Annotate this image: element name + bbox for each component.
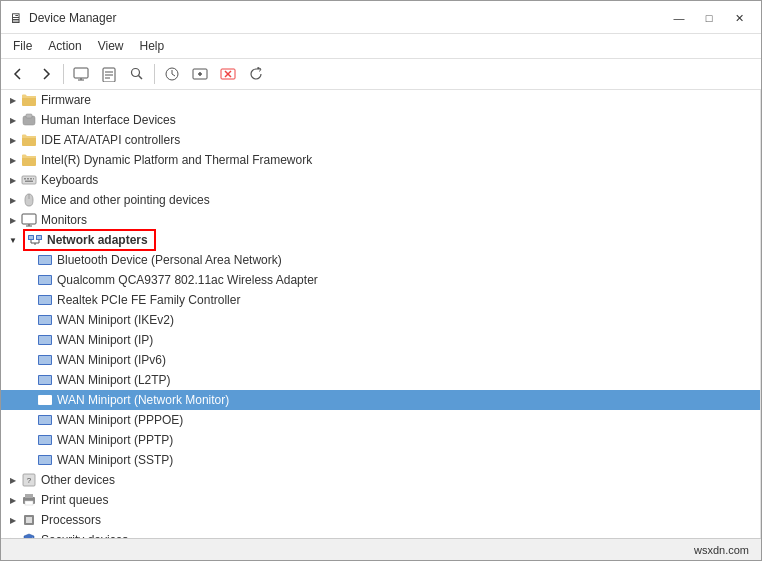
network-child-icon	[37, 372, 53, 388]
svg-rect-21	[22, 176, 36, 184]
item-label: Human Interface Devices	[41, 113, 176, 127]
item-label: IDE ATA/ATAPI controllers	[41, 133, 180, 147]
toolbar-sep2	[154, 64, 155, 84]
list-item[interactable]: ▶ Intel(R) Dynamic Platform and Thermal …	[1, 150, 760, 170]
toolbar-search[interactable]	[124, 62, 150, 86]
svg-rect-64	[25, 494, 33, 498]
expand-icon[interactable]: ▶	[5, 172, 21, 188]
svg-rect-50	[39, 356, 51, 364]
svg-text:?: ?	[27, 476, 32, 485]
svg-rect-60	[39, 456, 51, 464]
item-label: WAN Miniport (PPPOE)	[57, 413, 183, 427]
network-child-icon	[37, 292, 53, 308]
list-item[interactable]: WAN Miniport (SSTP)	[1, 450, 760, 470]
list-item[interactable]: Realtek PCIe FE Family Controller	[1, 290, 760, 310]
svg-rect-65	[25, 501, 33, 505]
svg-rect-58	[39, 436, 51, 444]
device-manager-window: 🖥 Device Manager — □ ✕ File Action View …	[0, 0, 762, 561]
list-item[interactable]: ▶ Human Interface Devices	[1, 110, 760, 130]
processor-icon	[21, 512, 37, 528]
toolbar-forward[interactable]	[33, 62, 59, 86]
list-item[interactable]: ▶ Monitors	[1, 210, 760, 230]
toolbar-add[interactable]	[187, 62, 213, 86]
expand-icon[interactable]: ▶	[5, 92, 21, 108]
toolbar	[1, 59, 761, 90]
list-item[interactable]: WAN Miniport (L2TP)	[1, 370, 760, 390]
device-tree[interactable]: ▶ Firmware ▶ Human Interface Devices	[1, 90, 761, 538]
maximize-button[interactable]: □	[695, 7, 723, 29]
expand-icon[interactable]: ▶	[5, 192, 21, 208]
intel-icon	[21, 152, 37, 168]
network-child-icon	[37, 312, 53, 328]
window-title: Device Manager	[29, 11, 116, 25]
minimize-button[interactable]: —	[665, 7, 693, 29]
printer-icon	[21, 492, 37, 508]
network-child-icon	[37, 412, 53, 428]
list-item[interactable]: WAN Miniport (PPTP)	[1, 430, 760, 450]
toolbar-refresh[interactable]	[243, 62, 269, 86]
expand-icon[interactable]: ▶	[5, 512, 21, 528]
folder-icon	[21, 92, 37, 108]
list-item[interactable]: ▶ Firmware	[1, 90, 760, 110]
list-item[interactable]: ▶ ? Other devices	[1, 470, 760, 490]
expand-icon[interactable]: ▶	[5, 492, 21, 508]
menu-bar: File Action View Help	[1, 34, 761, 59]
svg-rect-25	[33, 178, 34, 180]
svg-rect-42	[39, 276, 51, 284]
item-label: WAN Miniport (PPTP)	[57, 433, 173, 447]
svg-rect-28	[22, 214, 36, 224]
network-child-icon	[37, 332, 53, 348]
expand-icon[interactable]: ▶	[5, 212, 21, 228]
list-item[interactable]: WAN Miniport (IPv6)	[1, 350, 760, 370]
expand-icon[interactable]: ▶	[5, 472, 21, 488]
network-child-icon	[37, 452, 53, 468]
other-icon: ?	[21, 472, 37, 488]
svg-rect-46	[39, 316, 51, 324]
svg-rect-40	[39, 256, 51, 264]
item-label: Print queues	[41, 493, 108, 507]
title-bar-left: 🖥 Device Manager	[9, 10, 116, 26]
list-item[interactable]: WAN Miniport (IKEv2)	[1, 310, 760, 330]
svg-rect-32	[29, 236, 33, 239]
item-label: Mice and other pointing devices	[41, 193, 210, 207]
svg-rect-52	[39, 376, 51, 384]
menu-action[interactable]: Action	[40, 36, 89, 56]
list-item[interactable]: Qualcomm QCA9377 802.11ac Wireless Adapt…	[1, 270, 760, 290]
toolbar-remove[interactable]	[215, 62, 241, 86]
window-icon: 🖥	[9, 10, 23, 26]
list-item[interactable]: ▶ Print queues	[1, 490, 760, 510]
toolbar-scan[interactable]	[159, 62, 185, 86]
list-item[interactable]: WAN Miniport (IP)	[1, 330, 760, 350]
menu-view[interactable]: View	[90, 36, 132, 56]
svg-rect-26	[25, 181, 33, 183]
list-item[interactable]: Bluetooth Device (Personal Area Network)	[1, 250, 760, 270]
item-label: Other devices	[41, 473, 115, 487]
svg-rect-44	[39, 296, 51, 304]
toolbar-properties[interactable]	[96, 62, 122, 86]
network-adapters-item[interactable]: ▼ Network ada	[1, 230, 760, 250]
expand-icon[interactable]: ▶	[5, 152, 21, 168]
toolbar-computer[interactable]	[68, 62, 94, 86]
toolbar-back[interactable]	[5, 62, 31, 86]
list-item[interactable]: ▶ Processors	[1, 510, 760, 530]
menu-file[interactable]: File	[5, 36, 40, 56]
network-icon	[27, 232, 43, 248]
list-item[interactable]: ▶ Keyboards	[1, 170, 760, 190]
list-item[interactable]: WAN Miniport (Network Monitor)	[1, 390, 760, 410]
svg-point-7	[132, 69, 140, 77]
menu-help[interactable]: Help	[132, 36, 173, 56]
item-label: WAN Miniport (Network Monitor)	[57, 393, 229, 407]
expand-icon[interactable]: ▼	[5, 232, 21, 248]
item-label: Firmware	[41, 93, 91, 107]
item-label: WAN Miniport (IP)	[57, 333, 153, 347]
expand-icon[interactable]: ▶	[5, 112, 21, 128]
list-item[interactable]: ▶ IDE ATA/ATAPI controllers	[1, 130, 760, 150]
close-button[interactable]: ✕	[725, 7, 753, 29]
list-item[interactable]: ▶ Mice and other pointing devices	[1, 190, 760, 210]
status-text: wsxdn.com	[694, 544, 749, 556]
list-item[interactable]: ▶ Security devices	[1, 530, 760, 538]
item-label: Bluetooth Device (Personal Area Network)	[57, 253, 282, 267]
list-item[interactable]: WAN Miniport (PPPOE)	[1, 410, 760, 430]
network-child-icon	[37, 432, 53, 448]
expand-icon[interactable]: ▶	[5, 132, 21, 148]
